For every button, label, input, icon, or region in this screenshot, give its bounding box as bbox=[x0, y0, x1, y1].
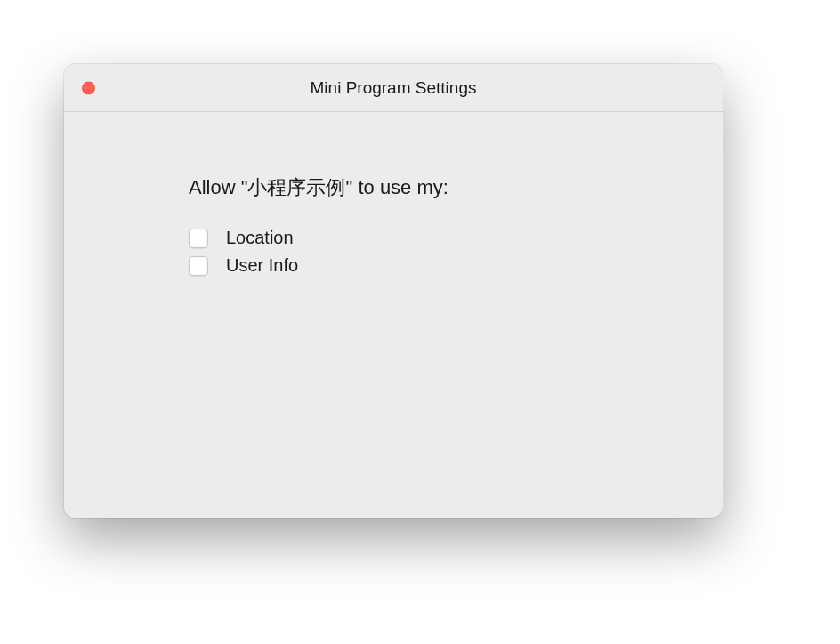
titlebar: Mini Program Settings bbox=[64, 64, 723, 112]
close-button[interactable] bbox=[82, 81, 95, 94]
permission-row-userinfo: User Info bbox=[189, 255, 598, 276]
userinfo-label: User Info bbox=[226, 255, 298, 276]
traffic-lights bbox=[82, 81, 95, 94]
location-checkbox[interactable] bbox=[189, 229, 208, 248]
settings-window: Mini Program Settings Allow "小程序示例" to u… bbox=[64, 64, 723, 518]
content-area: Allow "小程序示例" to use my: Location User I… bbox=[64, 112, 723, 276]
window-title: Mini Program Settings bbox=[64, 78, 723, 98]
location-label: Location bbox=[226, 228, 294, 248]
permission-prompt: Allow "小程序示例" to use my: bbox=[189, 174, 598, 201]
permission-row-location: Location bbox=[189, 228, 598, 248]
userinfo-checkbox[interactable] bbox=[189, 256, 208, 276]
permission-list: Location User Info bbox=[189, 228, 598, 276]
